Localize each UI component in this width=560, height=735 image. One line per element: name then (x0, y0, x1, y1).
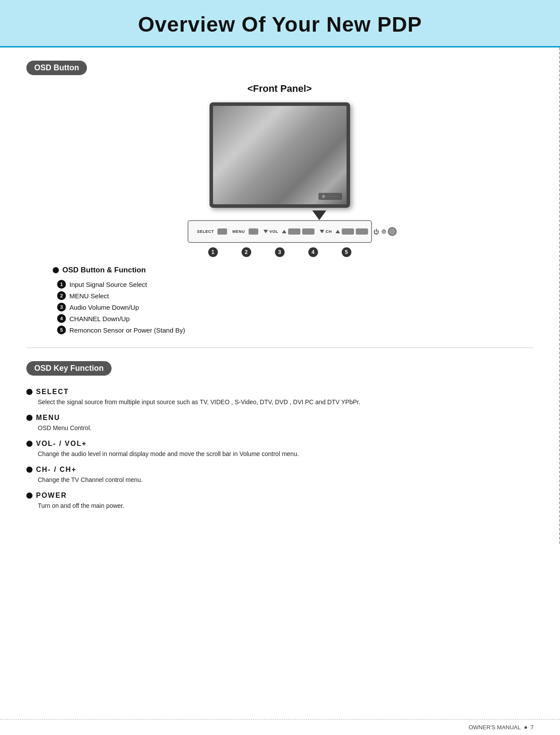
function-text-5: Remoncon Sensor or Power (Stand By) (69, 326, 185, 334)
num-label-2: 2 (242, 247, 251, 257)
osd-function-title: OSD Button & Function (53, 266, 533, 275)
function-list: 1 Input Signal Source Select 2 MENU Sele… (53, 280, 533, 334)
power-icon: ⏻ (373, 228, 379, 235)
ch-down-icon (320, 230, 324, 233)
key-item-select: SELECT Select the signal source from mul… (26, 388, 533, 407)
function-badge-4: 4 (57, 314, 66, 323)
cp-power-section: ⏻ (373, 227, 397, 236)
cp-power-dot (382, 229, 386, 234)
vol-up-icon (282, 230, 286, 233)
key-bullet-vol (26, 441, 33, 447)
function-badge-2: 2 (57, 291, 66, 300)
key-title-power: POWER (26, 492, 533, 500)
function-badge-1: 1 (57, 280, 66, 289)
footer-dot-icon (524, 726, 527, 729)
key-item-ch: CH- / CH+ Change the TV Channel control … (26, 466, 533, 485)
page-footer: OWNER'S MANUAL 7 (0, 719, 560, 735)
key-title-select-text: SELECT (36, 388, 69, 396)
function-badge-5: 5 (57, 326, 66, 334)
key-bullet-select (26, 389, 33, 395)
key-function-section: SELECT Select the signal source from mul… (26, 388, 533, 511)
cp-vol-btn2 (302, 228, 314, 235)
function-text-3: Audio Volume Down/Up (69, 304, 139, 311)
cp-vol-btn (288, 228, 300, 235)
key-title-menu-text: MENU (36, 414, 60, 422)
arrow-down-icon (312, 210, 326, 220)
cp-vol-section: VOL (264, 228, 314, 235)
key-desc-select: Select the signal source from multiple i… (26, 398, 533, 407)
key-item-power: POWER Turn on and off the main power. (26, 492, 533, 511)
cp-menu-btn (249, 228, 258, 235)
key-title-menu: MENU (26, 414, 533, 422)
osd-function-title-text: OSD Button & Function (62, 266, 146, 275)
function-item-1: 1 Input Signal Source Select (57, 280, 533, 289)
ch-up-icon (336, 230, 340, 233)
osd-button-label: OSD Button (26, 61, 87, 75)
function-badge-3: 3 (57, 303, 66, 311)
cp-ch-btn (342, 228, 354, 235)
cp-ch-section: CH (320, 228, 368, 235)
cp-select-btn (217, 228, 227, 235)
function-item-5: 5 Remoncon Sensor or Power (Stand By) (57, 326, 533, 334)
key-title-vol-text: VOL- / VOL+ (36, 440, 87, 448)
vol-down-icon (264, 230, 268, 233)
cp-vol-label: VOL (270, 229, 278, 234)
key-desc-power: Turn on and off the main power. (26, 501, 533, 511)
tv-screen (213, 106, 347, 204)
key-bullet-ch (26, 467, 33, 473)
footer-page: 7 (531, 724, 534, 731)
key-title-ch: CH- / CH+ (26, 466, 533, 474)
key-title-ch-text: CH- / CH+ (36, 466, 76, 474)
num-label-5: 5 (342, 247, 351, 257)
cp-menu-label: MENU (232, 229, 245, 234)
key-title-power-text: POWER (36, 492, 67, 500)
cp-select-label: SELECT (197, 229, 214, 234)
key-item-menu: MENU OSD Menu Control. (26, 414, 533, 433)
control-panel: SELECT MENU VOL CH ⏻ (188, 220, 372, 243)
function-item-3: 3 Audio Volume Down/Up (57, 303, 533, 311)
key-title-vol: VOL- / VOL+ (26, 440, 533, 448)
cp-ch-btn2 (356, 228, 368, 235)
cp-select-section: SELECT (197, 228, 228, 235)
page-title: Overview Of Your New PDP (0, 12, 560, 36)
main-content: OSD Button <Front Panel> ⊕ · · · · SELEC… (0, 47, 560, 544)
cp-menu-section: MENU (232, 228, 258, 235)
tv-controls-indicator: ⊕ · · · · (318, 193, 342, 200)
osd-function-bullet (53, 267, 59, 273)
num-label-4: 4 (308, 247, 318, 257)
cp-ch-label: CH (326, 229, 332, 234)
header-bar: Overview Of Your New PDP (0, 0, 560, 47)
function-item-2: 2 MENU Select (57, 291, 533, 300)
key-bullet-power (26, 492, 33, 499)
tv-illustration: ⊕ · · · · (26, 102, 533, 220)
key-desc-menu: OSD Menu Control. (26, 424, 533, 433)
osd-key-label: OSD Key Function (26, 361, 112, 376)
osd-function-section: OSD Button & Function 1 Input Signal Sou… (53, 266, 533, 334)
number-labels-row: 1 2 3 4 5 (188, 247, 372, 257)
key-bullet-menu (26, 415, 33, 421)
function-text-2: MENU Select (69, 292, 109, 300)
function-text-1: Input Signal Source Select (69, 281, 147, 288)
key-desc-vol: Change the audio level in normal display… (26, 449, 533, 459)
key-item-vol: VOL- / VOL+ Change the audio level in no… (26, 440, 533, 459)
key-desc-ch: Change the TV Channel control menu. (26, 475, 533, 485)
footer-label: OWNER'S MANUAL (469, 724, 521, 731)
function-item-4: 4 CHANNEL Down/Up (57, 314, 533, 323)
num-label-1: 1 (208, 247, 218, 257)
function-text-4: CHANNEL Down/Up (69, 315, 130, 322)
tv-frame: ⊕ · · · · (210, 102, 350, 208)
key-title-select: SELECT (26, 388, 533, 396)
front-panel-heading: <Front Panel> (26, 83, 533, 94)
num-label-3: 3 (275, 247, 285, 257)
cp-power-circle (388, 227, 397, 236)
section-divider (26, 348, 533, 348)
